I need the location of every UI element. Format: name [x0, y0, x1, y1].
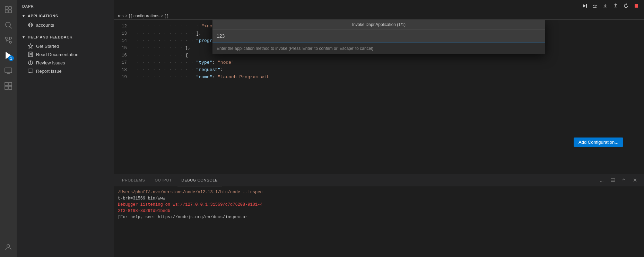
- quick-input-text[interactable]: [217, 33, 541, 39]
- svg-rect-40: [635, 4, 638, 8]
- star-icon: [28, 43, 33, 49]
- quick-input-field[interactable]: [212, 29, 545, 43]
- svg-rect-19: [5, 86, 8, 89]
- svg-rect-18: [9, 82, 12, 86]
- circle-info-icon: [28, 60, 33, 65]
- sidebar: DAPR ▾ APPLICATIONS accounts ▾ HELP AND …: [17, 0, 114, 257]
- panel-actions: ...: [597, 175, 640, 185]
- help-section-header[interactable]: ▾ HELP AND FEEDBACK: [17, 32, 114, 42]
- svg-marker-25: [28, 44, 33, 48]
- get-started-label: Get Started: [36, 44, 59, 49]
- help-chevron: ▾: [21, 34, 26, 40]
- main-content: 12 13 14 15 16 17 18 19 · · · · · · · · …: [114, 20, 644, 257]
- svg-line-10: [6, 39, 10, 41]
- svg-rect-34: [586, 4, 587, 8]
- report-issue-label: Report Issue: [36, 69, 62, 74]
- step-over-button[interactable]: [590, 1, 600, 11]
- run-debug-icon[interactable]: 1 1: [1, 48, 15, 62]
- explorer-icon[interactable]: [1, 3, 15, 17]
- top-toolbar: [114, 0, 644, 12]
- svg-point-32: [31, 62, 31, 62]
- tab-output[interactable]: OUTPUT: [150, 174, 176, 186]
- quick-input-dialog[interactable]: Invoke Dapr Application (1/1) Enter the …: [212, 20, 545, 54]
- console-line-1: /Users/phoff/.nvm/versions/node/v12.13.1…: [118, 189, 640, 195]
- svg-rect-1: [9, 7, 11, 9]
- help-section: ▾ HELP AND FEEDBACK Get Started Read Doc…: [17, 32, 114, 75]
- applications-chevron: ▾: [21, 13, 26, 19]
- svg-rect-33: [28, 69, 33, 72]
- svg-point-6: [5, 37, 7, 39]
- debug-console-content: /Users/phoff/.nvm/versions/node/v12.13.1…: [114, 186, 644, 257]
- restart-button[interactable]: [621, 1, 631, 11]
- activity-bar: 1 1: [0, 0, 17, 257]
- applications-section-header[interactable]: ▾ APPLICATIONS: [17, 11, 114, 21]
- step-out-button[interactable]: [611, 1, 620, 11]
- globe-icon: [28, 22, 33, 28]
- accounts-label: accounts: [36, 23, 54, 28]
- svg-point-8: [9, 37, 11, 39]
- tab-debug-console[interactable]: DEBUG CONSOLE: [177, 174, 222, 186]
- source-control-icon[interactable]: [1, 33, 15, 47]
- breadcrumb-configurations: [ ] configurations: [129, 14, 159, 18]
- console-line-2: t-brk=31569 bin/www: [118, 195, 640, 202]
- sidebar-item-accounts[interactable]: accounts: [17, 21, 114, 29]
- svg-line-5: [10, 27, 12, 29]
- breadcrumb-obj: { }: [165, 14, 168, 18]
- add-configuration-button[interactable]: Add Configuration...: [574, 138, 623, 147]
- svg-rect-17: [5, 82, 8, 86]
- svg-point-21: [7, 245, 10, 247]
- panel-maximize-button[interactable]: [619, 175, 629, 185]
- breadcrumb-res: res: [118, 14, 124, 18]
- sidebar-item-review-issues[interactable]: Review Issues: [17, 59, 114, 67]
- panel-clear-button[interactable]: [608, 175, 618, 185]
- account-icon[interactable]: [1, 240, 15, 254]
- sidebar-header: DAPR: [17, 0, 114, 11]
- panel: PROBLEMS OUTPUT DEBUG CONSOLE ...: [114, 174, 644, 257]
- stop-button[interactable]: [632, 1, 641, 11]
- svg-point-4: [6, 22, 10, 27]
- comment-icon: [28, 68, 33, 74]
- review-issues-label: Review Issues: [36, 60, 65, 65]
- panel-close-button[interactable]: [630, 175, 640, 185]
- sidebar-item-read-documentation[interactable]: Read Documentation: [17, 50, 114, 59]
- console-line-3: Debugger listening on ws://127.0.0.1:315…: [118, 202, 640, 208]
- svg-rect-0: [5, 7, 8, 9]
- applications-label: APPLICATIONS: [28, 14, 58, 18]
- svg-rect-14: [5, 68, 12, 73]
- search-icon[interactable]: [1, 18, 15, 32]
- step-into-button[interactable]: [600, 1, 610, 11]
- quick-input-hint: Enter the application method to invoke (…: [212, 43, 545, 54]
- svg-rect-20: [9, 86, 12, 89]
- panel-more-button[interactable]: ...: [597, 175, 607, 185]
- console-line-4: 2f3-8f98-3d29fd91bedb: [118, 208, 640, 214]
- extensions-icon[interactable]: [1, 79, 15, 93]
- sidebar-item-get-started[interactable]: Get Started: [17, 42, 114, 50]
- editor-wrapper: res > [ ] configurations > { } 12 13 14 …: [114, 0, 644, 257]
- book-icon: [28, 52, 33, 57]
- line-numbers: 12 13 14 15 16 17 18 19: [114, 20, 131, 83]
- svg-rect-3: [9, 10, 11, 13]
- sidebar-item-report-issue[interactable]: Report Issue: [17, 67, 114, 75]
- svg-point-7: [9, 41, 11, 43]
- console-line-5: [For help, see: https://nodejs.org/en/do…: [118, 214, 640, 220]
- continue-button[interactable]: [580, 1, 589, 11]
- breadcrumb: res > [ ] configurations > { }: [114, 12, 644, 20]
- svg-rect-2: [5, 10, 8, 13]
- help-label: HELP AND FEEDBACK: [28, 35, 72, 39]
- quick-input-title: Invoke Dapr Application (1/1): [212, 20, 545, 29]
- remote-explorer-icon[interactable]: [1, 64, 15, 78]
- debug-badge: 1: [8, 55, 14, 61]
- panel-tabs: PROBLEMS OUTPUT DEBUG CONSOLE ...: [114, 174, 644, 186]
- read-docs-label: Read Documentation: [36, 52, 78, 57]
- tab-problems[interactable]: PROBLEMS: [118, 174, 149, 186]
